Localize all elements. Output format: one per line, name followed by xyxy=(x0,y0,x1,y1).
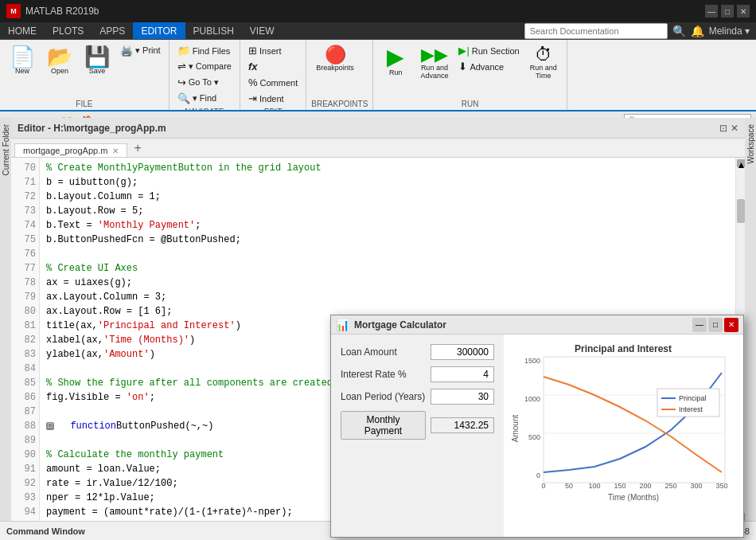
code-line: b.Layout.Column = 1; xyxy=(46,190,729,204)
new-tab-button[interactable]: + xyxy=(127,139,147,157)
monthly-payment-button[interactable]: Monthly Payment xyxy=(341,411,426,440)
comment-button[interactable]: % Comment xyxy=(245,75,301,90)
dialog-body: Loan Amount Interest Rate % Loan Period … xyxy=(331,335,743,537)
open-button[interactable]: 📂 Open xyxy=(42,43,77,78)
advance-button[interactable]: ⬇ Advance xyxy=(455,59,522,74)
undock-icon[interactable]: ⊡ xyxy=(719,123,727,134)
scroll-thumb[interactable] xyxy=(737,199,745,223)
fx-button[interactable]: fx xyxy=(245,59,301,74)
search-icon[interactable]: 🔍 xyxy=(672,25,686,37)
find-button[interactable]: 🔍 ▾ Find xyxy=(174,91,235,106)
line-num: 92 xyxy=(14,476,36,491)
current-folder-tab[interactable]: Current Folder xyxy=(0,118,12,182)
indent-button[interactable]: ⇥ Indent xyxy=(245,91,301,106)
principal-line xyxy=(544,373,722,472)
user-label[interactable]: Melinda ▾ xyxy=(709,25,750,37)
y-tick: 500 xyxy=(528,433,540,441)
run-section-col: ▶| Run Section ⬇ Advance xyxy=(455,43,522,74)
editor-title: Editor - H:\mortgage_progApp.m xyxy=(18,123,166,134)
dialog-maximize-button[interactable]: □ xyxy=(708,318,723,332)
line-num: 71 xyxy=(14,175,36,190)
line-num: 88 xyxy=(14,419,36,433)
edit-col1: ⊞ Insert fx % Comment ⇥ Indent xyxy=(245,43,301,106)
dialog-window-controls[interactable]: — □ ✕ xyxy=(692,318,738,332)
loan-amount-input[interactable] xyxy=(431,344,494,360)
file-buttons: 📄 New 📂 Open 💾 Save 🖨️ ▾ Print xyxy=(5,43,164,98)
window-controls[interactable]: — □ ✕ xyxy=(705,5,750,18)
menu-publish[interactable]: PUBLISH xyxy=(185,22,242,39)
x-axis-label: Time (Months) xyxy=(608,493,659,502)
tab-label: mortgage_progApp.m xyxy=(23,146,107,155)
loan-period-row: Loan Period (Years) xyxy=(341,389,494,405)
breakpoints-button[interactable]: 🔴 Breakpoints xyxy=(311,43,359,75)
interest-rate-row: Interest Rate % xyxy=(341,366,494,382)
editor-window-controls[interactable]: ⊡ ✕ xyxy=(719,123,738,134)
code-line xyxy=(46,247,729,261)
new-button[interactable]: 📄 New xyxy=(5,43,40,78)
open-icon: 📂 xyxy=(47,46,72,67)
ribbon-group-breakpoints: 🔴 Breakpoints BREAKPOINTS xyxy=(306,40,373,110)
legend-interest-label: Interest xyxy=(679,405,703,413)
new-icon: 📄 xyxy=(10,46,35,67)
search-docs-input[interactable] xyxy=(524,23,668,39)
line-num: 79 xyxy=(14,290,36,304)
print-icon: 🖨️ xyxy=(120,45,133,57)
run-button[interactable]: ▶ Run xyxy=(378,43,413,80)
run-advance-icon: ▶▶ xyxy=(421,46,448,64)
loan-amount-label: Loan Amount xyxy=(341,346,397,358)
advance-icon: ⬇ xyxy=(458,61,467,72)
editor-tab[interactable]: mortgage_progApp.m ✕ xyxy=(14,143,127,157)
minimize-button[interactable]: — xyxy=(705,5,718,18)
compare-button[interactable]: ⇌ ▾ Compare xyxy=(174,59,235,74)
scroll-up-arrow[interactable]: ▲ xyxy=(737,159,745,167)
ribbon-group-run: ▶ Run ▶▶ Run and Advance ▶| Run Section … xyxy=(373,40,567,110)
print-button[interactable]: 🖨️ ▾ Print xyxy=(117,43,164,58)
save-button[interactable]: 💾 Save xyxy=(80,43,115,78)
run-icon: ▶ xyxy=(387,46,404,68)
insert-button[interactable]: ⊞ Insert xyxy=(245,43,301,58)
dialog-chart: Principal and Interest Amount 1500 1000 … xyxy=(504,335,743,537)
code-line: b.Layout.Row = 5; xyxy=(46,204,729,218)
loan-period-input[interactable] xyxy=(431,389,494,405)
monthly-payment-display[interactable] xyxy=(431,417,494,433)
line-num: 91 xyxy=(14,462,36,476)
close-button[interactable]: ✕ xyxy=(737,5,750,18)
title-bar-left: M MATLAB R2019b xyxy=(6,4,99,18)
dialog-form: Loan Amount Interest Rate % Loan Period … xyxy=(331,335,504,537)
navigate-buttons: 📁 Find Files ⇌ ▾ Compare ↪ Go To ▾ 🔍 ▾ F… xyxy=(174,43,235,106)
find-files-button[interactable]: 📁 Find Files xyxy=(174,43,235,58)
line-num: 84 xyxy=(14,362,36,376)
y-tick: 0 xyxy=(536,472,540,479)
line-num: 77 xyxy=(14,261,36,276)
dialog-minimize-button[interactable]: — xyxy=(692,318,707,332)
close-editor-icon[interactable]: ✕ xyxy=(731,123,738,134)
loan-period-label: Loan Period (Years) xyxy=(341,391,425,402)
indent-icon: ⇥ xyxy=(248,92,257,104)
y-axis-label: Amount xyxy=(511,415,520,443)
chart-title: Principal and Interest xyxy=(575,343,672,354)
interest-rate-input[interactable] xyxy=(431,366,494,382)
line-num: 87 xyxy=(14,405,36,419)
notification-icon[interactable]: 🔔 xyxy=(691,25,704,37)
menu-editor[interactable]: EDITOR xyxy=(133,22,185,39)
workspace-tab[interactable]: Workspace xyxy=(745,118,757,170)
line-num: 80 xyxy=(14,304,36,319)
goto-button[interactable]: ↪ Go To ▾ xyxy=(174,75,235,90)
run-time-button[interactable]: ⏱ Run and Time xyxy=(525,43,562,83)
run-section-icon: ▶| xyxy=(458,45,469,57)
matlab-logo: M xyxy=(6,4,21,18)
run-section-button[interactable]: ▶| Run Section xyxy=(455,43,522,58)
menu-apps[interactable]: APPS xyxy=(92,22,133,39)
monthly-payment-row: Monthly Payment xyxy=(341,411,494,440)
run-advance-button[interactable]: ▶▶ Run and Advance xyxy=(415,43,453,83)
maximize-button[interactable]: □ xyxy=(721,5,734,18)
code-line: ax.Layout.Column = 3; xyxy=(46,290,729,304)
menu-view[interactable]: VIEW xyxy=(242,22,283,39)
dialog-close-button[interactable]: ✕ xyxy=(724,318,738,332)
collapse-dot[interactable]: □ xyxy=(46,422,54,430)
navigate-col1: 📁 Find Files ⇌ ▾ Compare ↪ Go To ▾ 🔍 ▾ F… xyxy=(174,43,235,106)
line-num: 73 xyxy=(14,204,36,218)
tab-close-icon[interactable]: ✕ xyxy=(112,147,119,155)
menu-plots[interactable]: PLOTS xyxy=(45,22,92,39)
menu-home[interactable]: HOME xyxy=(0,22,45,39)
